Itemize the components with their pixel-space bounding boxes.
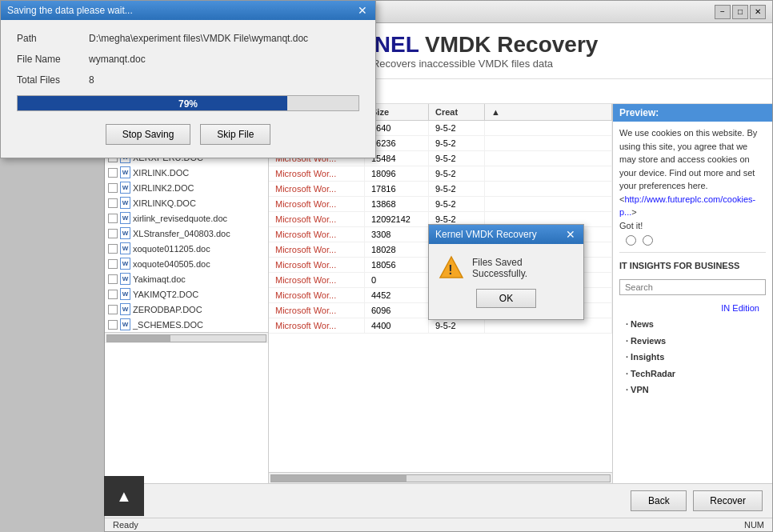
file-checkbox[interactable] — [108, 183, 118, 193]
list-item[interactable]: _SCHEMES.DOC — [105, 317, 268, 332]
scroll-thumb — [107, 335, 170, 342]
word-file-icon — [120, 227, 130, 239]
file-checkbox[interactable] — [108, 214, 118, 223]
restore-button[interactable]: □ — [732, 5, 748, 19]
radio-option-1[interactable] — [626, 235, 636, 246]
td-extra — [485, 151, 612, 166]
file-checkbox[interactable] — [108, 320, 118, 330]
filename-value: wymanqt.doc — [89, 54, 359, 65]
horizontal-scrollbar[interactable] — [105, 332, 268, 343]
app-title-rest: VMDK Recovery — [419, 32, 598, 57]
table-scroll-thumb — [271, 475, 407, 482]
alert-title-bar: Kernel VMDK Recovery ✕ — [429, 225, 583, 244]
td-extra — [485, 318, 612, 333]
td-type: Microsoft Wor... — [269, 166, 365, 181]
alert-title: Kernel VMDK Recovery — [435, 229, 537, 240]
file-checkbox[interactable] — [108, 259, 118, 269]
scroll-track[interactable] — [106, 334, 266, 342]
saving-dialog-body: Path D:\megha\experiment files\VMDK File… — [1, 20, 375, 158]
saving-dialog-close[interactable]: ✕ — [356, 4, 369, 17]
td-type: Microsoft Wor... — [269, 288, 365, 302]
alert-body: ! Files Saved Successfully. OK — [429, 244, 583, 319]
list-item[interactable]: xoquote040505.doc — [105, 256, 268, 271]
list-item[interactable]: XIRLINKQ.DOC — [105, 195, 268, 210]
list-item[interactable]: XIRLINK.DOC — [105, 165, 268, 180]
td-extra — [485, 166, 612, 181]
td-type: Microsoft Wor... — [269, 273, 365, 287]
alert-ok-button[interactable]: OK — [476, 289, 536, 308]
file-checkbox[interactable] — [108, 168, 118, 178]
list-item[interactable]: XLStransfer_040803.doc — [105, 226, 268, 241]
minimize-button[interactable]: − — [715, 5, 731, 19]
list-item[interactable]: ZERODBAP.DOC — [105, 302, 268, 317]
td-type: Microsoft Wor... — [269, 182, 365, 196]
close-button[interactable]: ✕ — [750, 5, 766, 19]
alert-message-row: ! Files Saved Successfully. — [439, 255, 574, 281]
table-row[interactable]: Microsoft Wor... 17816 9-5-2 — [269, 182, 612, 197]
stop-saving-button[interactable]: Stop Saving — [106, 124, 191, 145]
filename-label: File Name — [17, 54, 89, 65]
radio-option-2[interactable] — [643, 235, 653, 246]
it-insights-label: IT INSIGHTS FOR BUSINESS — [619, 258, 766, 274]
saving-buttons: Stop Saving Skip File — [17, 124, 359, 145]
cookies-link[interactable]: http://www.futureplc.com/cookies-p... — [619, 194, 755, 218]
file-list-panel: XEROXMX.DOC XEROXQT.DOC xerox_peru_qt.do… — [105, 104, 269, 483]
list-item[interactable]: xoquote011205.doc — [105, 241, 268, 256]
totalfiles-label: Total Files — [17, 74, 89, 86]
file-name: XLStransfer_040803.doc — [133, 229, 230, 238]
td-size: 0 — [365, 273, 429, 287]
scroll-up-button[interactable]: ▲ — [104, 476, 144, 516]
td-type: Microsoft Wor... — [269, 197, 365, 211]
table-row[interactable]: Microsoft Wor... 18096 9-5-2 — [269, 166, 612, 182]
td-extra — [485, 197, 612, 211]
word-file-icon — [120, 288, 130, 300]
th-creat: Creat — [429, 104, 485, 120]
td-extra — [485, 121, 612, 135]
file-name: XIRLINK2.DOC — [133, 183, 194, 193]
word-file-icon — [120, 273, 130, 285]
preview-nav-item: · Reviews — [619, 333, 766, 350]
table-scroll-track[interactable] — [270, 474, 611, 482]
file-checkbox[interactable] — [108, 305, 118, 314]
td-creat: 9-5-2 — [429, 318, 485, 333]
list-item[interactable]: Yakimaqt.doc — [105, 271, 268, 286]
td-creat: 9-5-2 — [429, 121, 485, 135]
file-checkbox[interactable] — [108, 274, 118, 284]
table-row[interactable]: Microsoft Wor... 4400 9-5-2 — [269, 318, 612, 334]
word-file-icon — [120, 197, 130, 209]
file-checkbox[interactable] — [108, 290, 118, 299]
td-creat: 9-5-2 — [429, 151, 485, 166]
window-controls: − □ ✕ — [715, 5, 766, 19]
alert-close-button[interactable]: ✕ — [564, 228, 577, 241]
word-file-icon — [120, 182, 130, 194]
td-size: 18028 — [365, 242, 429, 257]
progress-text: 79% — [18, 96, 358, 112]
file-checkbox[interactable] — [108, 244, 118, 254]
preview-nav-item: · TechRadar — [619, 366, 766, 382]
list-item[interactable]: xirlink_revisedquote.doc — [105, 210, 268, 226]
file-name: xoquote011205.doc — [133, 244, 210, 254]
td-size: 12092142 — [365, 212, 429, 226]
word-file-icon — [120, 303, 130, 315]
status-text: Ready — [113, 520, 138, 530]
table-horizontal-scrollbar[interactable] — [269, 472, 612, 483]
back-button[interactable]: Back — [631, 490, 687, 511]
radio-group — [619, 232, 766, 249]
td-type: Microsoft Wor... — [269, 303, 365, 318]
td-creat: 9-5-2 — [429, 166, 485, 181]
file-checkbox[interactable] — [108, 229, 118, 238]
nav-label: · Reviews — [626, 336, 666, 346]
search-input[interactable] — [619, 279, 766, 295]
file-checkbox[interactable] — [108, 198, 118, 208]
skip-file-button[interactable]: Skip File — [200, 124, 270, 145]
recover-button[interactable]: Recover — [693, 490, 763, 511]
preview-header: Preview: — [613, 104, 772, 122]
preview-panel: Preview: We use cookies on this website.… — [612, 104, 772, 483]
table-row[interactable]: Microsoft Wor... 13868 9-5-2 — [269, 197, 612, 212]
list-item[interactable]: YAKIMQT2.DOC — [105, 286, 268, 302]
list-item[interactable]: XIRLINK2.DOC — [105, 180, 268, 195]
path-row: Path D:\megha\experiment files\VMDK File… — [17, 33, 359, 44]
file-name: xirlink_revisedquote.doc — [133, 214, 227, 223]
td-type: Microsoft Wor... — [269, 227, 365, 242]
td-size: 18096 — [365, 166, 429, 181]
